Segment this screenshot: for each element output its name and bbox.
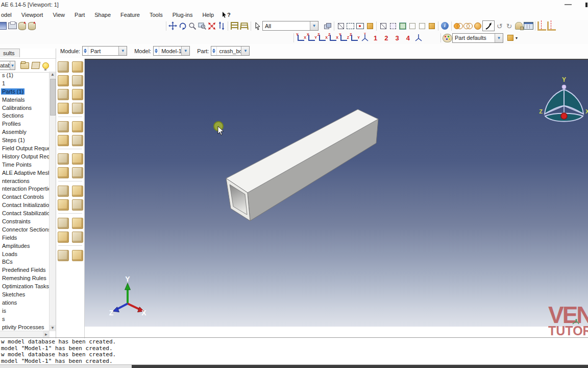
print-icon[interactable] [8, 21, 17, 31]
model-combo[interactable]: Model-1 ▼ [153, 46, 190, 56]
toolbox-tool-icon[interactable] [58, 103, 69, 114]
tree-item[interactable]: Remeshing Rules [0, 274, 50, 283]
tree-item[interactable]: 1 [0, 80, 50, 88]
overlapping-selection-icon[interactable] [323, 21, 332, 31]
view-orientation-button-zx[interactable]: ZX [328, 33, 338, 43]
tips-lightbulb-icon[interactable] [42, 62, 49, 69]
boolean-merge-icon[interactable] [453, 21, 463, 31]
toolbox-tool-icon[interactable] [72, 75, 83, 86]
menu-item-plugins[interactable]: Plug-ins [168, 10, 198, 19]
toolbox-tool-icon[interactable] [58, 218, 69, 229]
toolbox-tool-icon[interactable] [72, 135, 83, 146]
menu-item-feature[interactable]: Feature [116, 10, 145, 19]
viewport-canvas[interactable]: Y Z X Y Z X [85, 59, 588, 327]
menu-item-tools[interactable]: Tools [145, 10, 168, 19]
chevron-down-icon[interactable]: ▼ [241, 47, 249, 55]
tree-item[interactable]: Optimization Tasks [0, 283, 50, 291]
toolbox-tool-icon[interactable] [72, 61, 83, 73]
tree-item[interactable]: Sections [0, 112, 50, 120]
minimize-button[interactable] [565, 4, 572, 5]
tree-item[interactable]: s (1) [0, 72, 50, 80]
toolbox-tool-icon[interactable] [58, 153, 69, 165]
save-model-database-icon[interactable] [17, 21, 27, 31]
cycle-views-icon[interactable] [216, 21, 226, 31]
spinner-icon[interactable] [83, 47, 88, 55]
tree-item[interactable]: ations [0, 299, 50, 307]
toolbox-tool-icon[interactable] [72, 199, 83, 211]
probe-values-icon[interactable] [355, 21, 365, 31]
query-info-icon[interactable] [440, 21, 450, 31]
tree-item[interactable]: s [0, 315, 50, 324]
toolbox-tool-icon[interactable] [72, 121, 83, 132]
toolbox-tool-icon[interactable] [58, 232, 69, 243]
tree-item[interactable]: Fields [0, 234, 50, 242]
view-orientation-button-zx[interactable]: ZX [317, 33, 328, 43]
model-manager-icon[interactable] [524, 21, 533, 31]
toolbox-tool-icon[interactable] [72, 218, 83, 229]
module-combo[interactable]: Part ▼ [82, 46, 127, 56]
rotate-view-icon[interactable] [178, 21, 187, 31]
menu-item-odel[interactable]: odel [0, 10, 17, 19]
tree-item[interactable]: Parts (1) [0, 88, 50, 96]
toolbox-tool-icon[interactable] [72, 232, 83, 243]
magnify-view-icon[interactable] [187, 21, 197, 31]
tree-item[interactable]: Contact Initializations [0, 201, 50, 210]
sketcher-tool-icon[interactable] [537, 21, 547, 31]
tree-item[interactable]: Steps (1) [0, 136, 50, 145]
menu-item-viewport[interactable]: Viewport [17, 10, 48, 19]
reference-point-icon[interactable] [239, 21, 249, 31]
tree-item[interactable]: Contact Controls [0, 193, 50, 201]
toolbox-tool-icon[interactable] [58, 89, 69, 100]
part-manager-icon[interactable] [514, 21, 524, 31]
tree-item[interactable]: Predefined Fields [0, 266, 50, 274]
filter-icon[interactable] [31, 62, 40, 69]
tree-item[interactable]: Calibrations [0, 104, 50, 112]
toolbox-tool-icon[interactable] [72, 250, 83, 261]
tree-item[interactable]: Time Points [0, 161, 50, 169]
scroll-down-icon[interactable]: ▼ [50, 325, 56, 331]
tree-item[interactable]: nteraction Properties [0, 185, 50, 193]
tree-item[interactable]: Sketches [0, 291, 50, 299]
chevron-down-icon[interactable]: ▼ [10, 61, 15, 70]
view-preset-1[interactable]: 1 [370, 34, 381, 42]
toolbox-tool-icon[interactable] [72, 89, 83, 100]
tree-item[interactable]: is [0, 307, 50, 315]
scroll-up-icon[interactable]: ▲ [50, 72, 56, 78]
select-cursor-icon[interactable] [253, 21, 262, 31]
menu-item-view[interactable]: View [48, 10, 70, 19]
pan-view-icon[interactable] [168, 21, 178, 31]
shaded-display-icon[interactable] [365, 21, 375, 31]
view-orientation-button-zy[interactable]: ZY [349, 33, 360, 43]
menu-item-shape[interactable]: Shape [90, 10, 116, 19]
toolbox-tool-icon[interactable] [72, 153, 83, 165]
color-code-combo[interactable]: Part defaults ▼ [452, 33, 503, 43]
chevron-down-icon[interactable]: ▼ [181, 47, 189, 55]
collapse-folder-icon[interactable] [20, 62, 29, 69]
tree-vertical-scrollbar[interactable]: ▲ ▼ [49, 72, 56, 331]
iso-view-icon[interactable]: Y [360, 33, 370, 43]
database-combo[interactable]: ataba ▼ [0, 61, 15, 70]
view-preset-3[interactable]: 3 [391, 34, 402, 42]
view-preset-4[interactable]: 4 [403, 34, 413, 42]
view-orientation-button-yx[interactable]: YX [296, 33, 306, 43]
crash-box-part[interactable] [226, 109, 378, 221]
toolbox-tool-icon[interactable] [72, 103, 83, 114]
tree-item[interactable]: Contact Stabilizations [0, 210, 50, 218]
wireframe-render-icon[interactable] [378, 21, 388, 31]
perspective-on-icon[interactable] [417, 21, 427, 31]
toolbox-tool-icon[interactable] [58, 250, 69, 261]
query-information-icon[interactable] [230, 21, 239, 31]
tab-results[interactable]: sults [0, 49, 20, 57]
boolean-intersect-icon[interactable] [463, 21, 473, 31]
tree-item[interactable]: Connector Sections [0, 226, 50, 234]
menu-item-help[interactable]: Help [198, 10, 219, 19]
selected-arrow-tool[interactable] [482, 20, 495, 31]
selection-filter-combo[interactable]: All ▼ [262, 21, 318, 31]
tree-item[interactable]: History Output Reque [0, 153, 50, 161]
tree-item[interactable]: Field Output Requests [0, 145, 50, 153]
tree-item[interactable]: nteractions [0, 177, 50, 186]
color-code-palette-icon[interactable] [443, 33, 452, 43]
perspective-off-icon[interactable] [407, 21, 417, 31]
toolbox-tool-icon[interactable] [58, 75, 69, 86]
toolbox-tool-icon[interactable] [58, 121, 69, 132]
